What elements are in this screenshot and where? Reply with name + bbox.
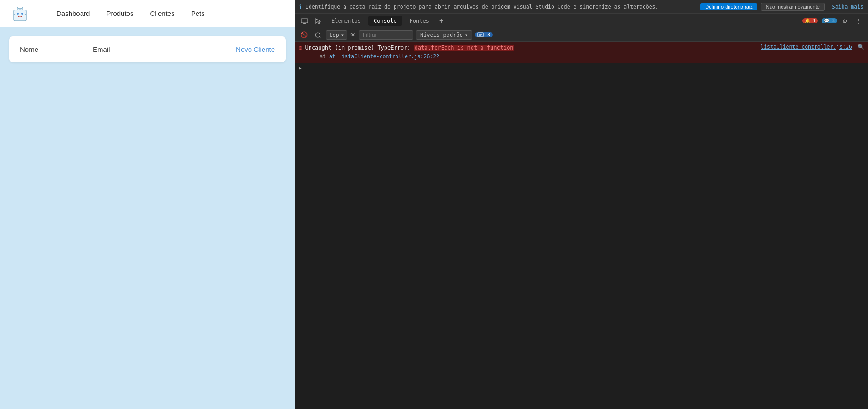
svg-point-1: [17, 13, 19, 15]
svg-rect-9: [478, 33, 483, 37]
tab-elementos[interactable]: Elementos: [326, 16, 366, 26]
svg-marker-6: [316, 19, 320, 24]
error-highlight: data.forEach is not a function: [414, 45, 514, 51]
error-at-prefix: at: [307, 53, 329, 60]
error-icon: ⊗: [299, 44, 302, 51]
browser-app: Dashboard Produtos Clientes Pets Nome Em…: [0, 0, 295, 409]
svg-rect-3: [301, 19, 308, 23]
nav-pets[interactable]: Pets: [191, 10, 205, 17]
expand-arrow[interactable]: ▶: [295, 63, 868, 73]
console-clear-icon[interactable]: 🚫: [299, 30, 310, 40]
svg-line-8: [320, 36, 321, 38]
navbar: Dashboard Produtos Clientes Pets: [0, 0, 295, 27]
svg-point-2: [21, 13, 23, 15]
devtools-more-icon[interactable]: ⋮: [853, 15, 864, 27]
logo-area: [11, 5, 29, 23]
nao-mostrar-button[interactable]: Não mostrar novamente: [761, 3, 825, 11]
col-nome-label: Nome: [20, 45, 56, 53]
definir-diretorio-button[interactable]: Definir o diretório raiz: [700, 3, 757, 10]
error-body: Uncaught (in promise) TypeError: data.fo…: [305, 44, 758, 61]
devtools-cursor-icon[interactable]: [312, 15, 324, 27]
devtools-devices-icon[interactable]: [299, 15, 310, 27]
nav-produtos[interactable]: Produtos: [106, 10, 133, 17]
nav-dashboard[interactable]: Dashboard: [56, 10, 90, 17]
badge-blue: 💬 3: [822, 18, 837, 23]
devtools-settings-icon[interactable]: ⚙: [839, 15, 851, 27]
levels-dropdown-icon: ▾: [465, 32, 468, 38]
top-dropdown-icon: ▾: [341, 32, 344, 38]
tab-fontes[interactable]: Fontes: [404, 16, 435, 26]
content-area: Nome Email Novo Cliente: [0, 27, 295, 409]
info-bar: ℹ Identifique a pasta raiz do projeto pa…: [295, 0, 868, 14]
error-main-line: Uncaught (in promise) TypeError: data.fo…: [305, 44, 758, 52]
error-prefix: Uncaught (in promise) TypeError:: [305, 45, 413, 51]
clientes-card: Nome Email Novo Cliente: [9, 36, 286, 62]
logo-icon: [11, 5, 29, 23]
nav-links: Dashboard Produtos Clientes Pets: [56, 10, 205, 17]
top-label: top: [329, 32, 339, 38]
console-filter-icon[interactable]: [312, 30, 323, 40]
devtools-panel: ℹ Identifique a pasta raiz do projeto pa…: [295, 0, 868, 409]
levels-label: Níveis padrão: [420, 32, 463, 38]
badge-red: 🔔 1: [802, 18, 818, 23]
devtools-tabs: Elementos Console Fontes + 🔔 1 💬 3 ⚙ ⋮: [295, 14, 868, 28]
console-toolbar: 🚫 top ▾ 👁 Níveis padrão ▾ 3: [295, 28, 868, 42]
error-search-icon[interactable]: 🔍: [858, 44, 864, 50]
info-icon: ℹ: [299, 3, 302, 10]
tab-console[interactable]: Console: [368, 16, 402, 26]
info-bar-text: Identifique a pasta raiz do projeto para…: [305, 4, 697, 10]
levels-selector[interactable]: Níveis padrão ▾: [416, 30, 472, 40]
add-tab-button[interactable]: +: [437, 16, 447, 25]
filter-input[interactable]: [359, 30, 413, 40]
novo-cliente-button[interactable]: Novo Cliente: [236, 45, 275, 53]
error-stack-link[interactable]: at listaCliente-controller.js:26:22: [329, 53, 439, 60]
svg-rect-4: [303, 23, 306, 24]
nav-clientes[interactable]: Clientes: [150, 10, 174, 17]
eye-icon[interactable]: 👁: [350, 31, 356, 38]
col-email-label: Email: [93, 45, 199, 53]
saiba-mais-link[interactable]: Saiba mais: [832, 4, 863, 10]
top-selector[interactable]: top ▾: [326, 30, 347, 40]
console-content[interactable]: ⊗ Uncaught (in promise) TypeError: data.…: [295, 42, 868, 409]
svg-rect-0: [14, 10, 26, 21]
error-row[interactable]: ⊗ Uncaught (in promise) TypeError: data.…: [295, 42, 868, 63]
console-count-badge: 3: [475, 32, 493, 38]
error-stack-line: at at listaCliente-controller.js:26:22: [305, 52, 758, 61]
error-location-link[interactable]: listaCliente-controller.js:26: [761, 44, 852, 50]
